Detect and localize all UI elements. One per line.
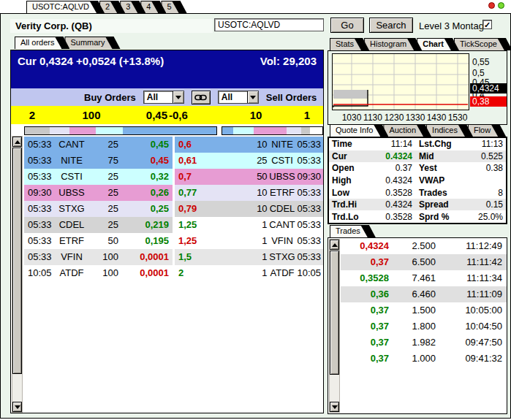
trades-panel: 0,43242.50011:12:49 0,376.50011:11:42 0,… bbox=[328, 237, 507, 414]
quote-info-table: Time11:14Lst.Chg11:13 Cur0.4324Mid0.525 … bbox=[328, 137, 507, 224]
x-axis-tick: 1130 bbox=[362, 112, 384, 123]
trade-row: 0,376.50011:11:42 bbox=[341, 254, 507, 270]
trade-row: 0,366.46011:11:09 bbox=[341, 286, 507, 302]
bid-mm-count: 2 bbox=[21, 106, 43, 124]
trade-row: 0,35287.46111:11:34 bbox=[341, 270, 507, 286]
tab-all-orders[interactable]: All orders bbox=[15, 37, 69, 49]
scroll-up-icon[interactable] bbox=[12, 137, 22, 147]
symbol-input[interactable] bbox=[214, 18, 324, 31]
sell-order-row[interactable]: 1,51STXG05:33 bbox=[175, 249, 323, 265]
status-dot-red-icon bbox=[488, 2, 495, 9]
bid-size: 100 bbox=[69, 106, 113, 124]
trades-scrollbar[interactable] bbox=[329, 239, 340, 413]
buy-order-row[interactable]: 10:05ATDF1000,0001 bbox=[24, 265, 173, 281]
tab-chart[interactable]: Chart bbox=[417, 38, 459, 50]
tab-summary[interactable]: Summary bbox=[64, 37, 120, 49]
quote-row: High0.4324VWAP bbox=[329, 175, 506, 187]
search-button[interactable]: Search bbox=[369, 18, 413, 33]
x-axis-tick: 1330 bbox=[404, 112, 426, 123]
orderbook-scrollbar[interactable] bbox=[12, 136, 23, 413]
buy-orders-label: Buy Orders bbox=[84, 92, 136, 103]
y-axis-tick: 0,5 bbox=[472, 68, 506, 78]
buy-order-row[interactable]: 05:33CSTI250,32 bbox=[24, 169, 173, 185]
level3-montage-checkbox[interactable]: ✓ bbox=[482, 20, 492, 29]
tab-stats[interactable]: Stats bbox=[330, 38, 369, 50]
sell-depth-ribbon bbox=[222, 126, 323, 135]
scroll-down-icon[interactable] bbox=[330, 402, 339, 412]
level3-montage-label: Level 3 Montage bbox=[419, 20, 489, 31]
trades-tab-strip: Trades bbox=[330, 225, 371, 237]
quote-row: Trd.Hi0.4324Spread0.15 bbox=[329, 199, 506, 211]
workspace-tabs: USOTC:AQLVD 2 3 4 5 bbox=[26, 1, 182, 13]
x-axis-tick: 1230 bbox=[383, 112, 405, 123]
tab-quote-info[interactable]: Quote Info bbox=[330, 124, 388, 137]
sell-order-row[interactable]: 1,251VFIN05:33 bbox=[175, 233, 323, 249]
buy-order-row[interactable]: 05:33NITE750,45 bbox=[24, 153, 173, 169]
buy-order-row[interactable]: 05:33ETRF500,195 bbox=[24, 233, 173, 249]
buy-depth-ribbon bbox=[24, 126, 217, 135]
buy-order-row[interactable]: 05:33CANT250,45 bbox=[24, 137, 173, 153]
tab-indices[interactable]: Indices bbox=[426, 124, 473, 137]
status-dot-green-icon bbox=[498, 2, 504, 9]
quote-row: Cur0.4324Mid0.525 bbox=[329, 150, 506, 163]
level2-montage-app: USOTC:AQLVD 2 3 4 5 Verity Corp. (QB) Go… bbox=[0, 0, 511, 420]
sell-order-row[interactable]: 1,251CANT05:33 bbox=[175, 217, 323, 233]
tab-tickscope[interactable]: TickScope bbox=[454, 38, 511, 50]
sell-order-row[interactable]: 0,7710ETRF05:33 bbox=[175, 185, 323, 201]
spread-band bbox=[333, 90, 368, 99]
tab-auction[interactable]: Auction bbox=[383, 124, 431, 137]
analysis-tabs: Stats Histogram Chart TickScope bbox=[330, 38, 507, 50]
sell-order-row[interactable]: 0,610NITE05:33 bbox=[175, 137, 323, 153]
volume-label: Vol: 29,203 bbox=[260, 55, 317, 88]
x-axis-tick: 1030 bbox=[341, 112, 363, 123]
x-axis-tick: 1530 bbox=[447, 112, 469, 123]
current-price-line: Cur 0,4324 +0,0524 (+13.8%) bbox=[18, 55, 164, 88]
scroll-up-icon[interactable] bbox=[330, 240, 339, 250]
best-bid: 0,45 bbox=[113, 106, 167, 124]
sell-order-row[interactable]: 0,7910CDEL05:33 bbox=[175, 201, 323, 217]
company-title: Verity Corp. (QB) bbox=[10, 19, 213, 33]
scroll-down-icon[interactable] bbox=[12, 402, 22, 412]
buy-order-row[interactable]: 05:33CDEL250,219 bbox=[24, 217, 173, 233]
link-sides-button[interactable] bbox=[192, 91, 211, 104]
scrollbar-thumb[interactable] bbox=[12, 148, 22, 374]
go-button[interactable]: Go bbox=[330, 18, 364, 33]
sell-order-row[interactable]: 0,6125CSTI05:33 bbox=[175, 153, 323, 169]
buy-order-row[interactable]: 09:30UBSS250,26 bbox=[24, 185, 173, 201]
x-axis-tick: 1430 bbox=[425, 112, 447, 123]
sell-order-row[interactable]: 0,750UBSS09:30 bbox=[175, 169, 323, 185]
ask-size: 10 bbox=[238, 106, 274, 124]
trade-row: 0,43242.50011:12:49 bbox=[341, 238, 507, 254]
chart-plot-area bbox=[332, 53, 469, 110]
y-axis-tick: 0,55 bbox=[472, 57, 506, 67]
quote-row: Trd.Lo0.3528Sprd %25.0% bbox=[329, 210, 506, 223]
orders-view-tabs: All orders Summary bbox=[15, 37, 116, 49]
buy-filter-select[interactable]: All bbox=[143, 91, 184, 104]
buy-order-row[interactable]: 05:33VFIN1000,0001 bbox=[24, 249, 173, 265]
sell-filter-select[interactable]: All bbox=[218, 91, 259, 104]
quote-row: Low0.3528Trades8 bbox=[329, 186, 506, 199]
ask-mm-count: 1 bbox=[292, 106, 322, 124]
workspace-tab-symbol[interactable]: USOTC:AQLVD bbox=[26, 1, 105, 13]
sell-order-row[interactable]: 21ATDF10:05 bbox=[175, 265, 323, 281]
montage-panel: Cur 0,4324 +0,0524 (+13.8%) Vol: 29,203 … bbox=[10, 50, 324, 413]
buy-orders-column: 05:33CANT250,45 05:33NITE750,45 05:33CST… bbox=[24, 137, 173, 281]
chevron-down-icon[interactable] bbox=[247, 91, 258, 103]
trade-row: 0,371.00009:41:32 bbox=[341, 351, 507, 367]
order-filter-bar: Buy Orders All All Sell Orders bbox=[11, 88, 323, 106]
chevron-down-icon[interactable] bbox=[173, 91, 183, 103]
buy-order-row[interactable]: 05:33STXG250,25 bbox=[24, 201, 173, 217]
tab-trades[interactable]: Trades bbox=[330, 225, 376, 237]
current-price-badge: 0,4324 bbox=[470, 83, 507, 93]
quote-row: Time11:14Lst.Chg11:13 bbox=[329, 138, 506, 150]
montage-window: Verity Corp. (QB) Go Search Level 3 Mont… bbox=[0, 13, 511, 419]
scrollbar-thumb[interactable] bbox=[330, 251, 339, 375]
checkmark-icon: ✓ bbox=[484, 20, 491, 29]
tab-histogram[interactable]: Histogram bbox=[364, 38, 422, 50]
sell-orders-label: Sell Orders bbox=[266, 92, 317, 103]
yesterday-close-badge: 0,38 bbox=[470, 96, 507, 107]
chart-canvas bbox=[333, 54, 469, 110]
best-ask: -0,6 bbox=[169, 106, 213, 124]
trade-row: 0,371.80010:04:50 bbox=[341, 318, 507, 335]
tab-flow[interactable]: Flow bbox=[468, 124, 506, 137]
